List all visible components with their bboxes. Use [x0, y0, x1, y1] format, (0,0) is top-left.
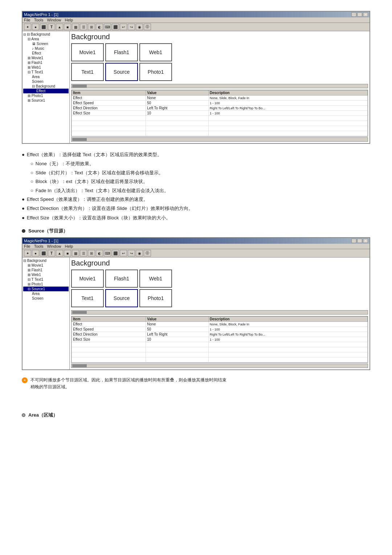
toolbar2-btn-4[interactable]: ▲ [56, 250, 63, 256]
bg-cell-text1[interactable]: Text1 [71, 63, 104, 81]
toolbar-btn-1[interactable]: ✦ [24, 24, 31, 30]
bottom-scrollbar-1[interactable] [71, 137, 368, 142]
toolbar-btn-7[interactable]: ☰ [80, 24, 87, 30]
toolbar2-btn-10[interactable]: ⌨ [104, 250, 111, 256]
scrollbar-thumb-1[interactable] [72, 85, 87, 88]
maximize-button-2[interactable]: □ [357, 239, 362, 243]
bg2-cell-web1[interactable]: Web1 [139, 270, 172, 288]
bg2-cell-photo1[interactable]: Photo1 [139, 289, 172, 307]
tree2-root[interactable]: ⊟ Background [23, 258, 69, 263]
toolbar-btn-2[interactable]: ● [32, 24, 39, 30]
close-button-2[interactable]: ✕ [363, 239, 368, 243]
grid-scrollbar-1[interactable] [71, 84, 368, 88]
tree2-source1-selected[interactable]: ⊟ Source1 [23, 287, 69, 291]
toolbar-btn-8[interactable]: ⊞ [88, 24, 95, 30]
toolbar2-btn-7[interactable]: ☰ [80, 250, 87, 256]
menu-help-1[interactable]: Help [65, 18, 73, 22]
tree-root-1[interactable]: ⊟ ⊟ Background [23, 32, 69, 37]
tree2-photo1[interactable]: ⊞ Photo1 [23, 282, 69, 287]
props2-cell-dir-value: Left To Right [146, 332, 208, 337]
grid-scrollbar-2[interactable] [71, 310, 368, 315]
tree2-flash1[interactable]: ⊞ Flash1 [23, 268, 69, 272]
bg2-cell-source[interactable]: Source [105, 289, 138, 307]
tree-item-photo1[interactable]: ⊞ Photo1 [23, 93, 69, 98]
tree2-text1[interactable]: ⊟ T Text1 [23, 277, 69, 282]
menu-help-2[interactable]: Help [65, 244, 73, 248]
toolbar-btn-9[interactable]: ◐ [96, 24, 103, 30]
tree-item-text1[interactable]: ⊟ T Text1 [23, 70, 69, 74]
tree-item-screen-1[interactable]: 🖥 Screen [23, 41, 69, 46]
tree-item-flash1[interactable]: ⊞ Flash1 [23, 60, 69, 65]
tree-item-music-1[interactable]: ♪ Music [23, 46, 69, 51]
props-cell-speed-item-1: Effect Speed [72, 101, 146, 106]
bullet-direction-text: Effect Direction（效果方向）：设置在选择 Slide（幻灯片）效… [27, 204, 193, 212]
sub-bullets-effect: ○ None（无）：不使用效果。 ○ Slide（幻灯片）：Text（文本）区域… [30, 159, 370, 195]
toolbar2-btn-15[interactable]: ⓪ [144, 250, 151, 256]
menu-window-2[interactable]: Window [47, 244, 61, 248]
scrollbar-thumb-2[interactable] [72, 311, 87, 314]
tree-item-bg-sub[interactable]: ⊟ Background [23, 84, 69, 89]
bg2-cell-text1[interactable]: Text1 [71, 289, 104, 307]
bottom-scrollbar-thumb-2[interactable] [72, 364, 87, 367]
props-col-item-1: Item [72, 90, 146, 96]
sub-bullet-slide: ○ Slide（幻灯片）：Text（文本）区域在创建后将会移动显示。 [30, 169, 370, 177]
menu-tools-2[interactable]: Tools [34, 244, 44, 248]
tree2-movie1[interactable]: ⊞ Movie1 [23, 263, 69, 268]
bg-cell-source[interactable]: Source [105, 63, 138, 81]
bg2-cell-flash1[interactable]: Flash1 [105, 270, 138, 288]
tree-item-screen-sub[interactable]: Screen [23, 79, 69, 84]
bg-cell-movie1[interactable]: Movie1 [71, 43, 104, 61]
toolbar2-btn-6[interactable]: ▦ [72, 250, 79, 256]
info-text: 不可同时播放多个节目源区域。因此，如果节目源区域的播放时间有所重叠，则会播放其播… [30, 377, 226, 390]
toolbar-btn-11[interactable]: ⬛ [112, 24, 119, 30]
toolbar-btn-13[interactable]: ↪ [128, 24, 135, 30]
toolbar-btn-15[interactable]: ⓪ [144, 24, 151, 30]
minimize-button-1[interactable]: _ [351, 12, 356, 17]
toolbar2-btn-1[interactable]: ✦ [24, 250, 31, 256]
tree-item-effect-selected[interactable]: Effect [23, 89, 69, 93]
toolbar-btn-3[interactable]: ⬛ [40, 24, 47, 30]
toolbar-btn-4[interactable]: ▲ [56, 24, 63, 30]
toolbar2-btn-t[interactable]: T [48, 250, 55, 256]
maximize-button-1[interactable]: □ [357, 12, 362, 17]
tree2-screen[interactable]: Screen [23, 296, 69, 301]
menu-tools-1[interactable]: Tools [34, 18, 44, 22]
tree2-area[interactable]: Area [23, 291, 69, 296]
toolbar-btn-10[interactable]: ⌨ [104, 24, 111, 30]
tree-item-area-sub[interactable]: Area [23, 74, 69, 79]
info-box: + 不可同时播放多个节目源区域。因此，如果节目源区域的播放时间有所重叠，则会播放… [22, 377, 370, 390]
menu-window-1[interactable]: Window [47, 18, 61, 22]
tree-item-effect-1a[interactable]: Effect [23, 51, 69, 56]
bg-cell-web1[interactable]: Web1 [139, 43, 172, 61]
toolbar2-btn-2[interactable]: ● [32, 250, 39, 256]
toolbar2-btn-13[interactable]: ↪ [128, 250, 135, 256]
toolbar2-btn-5[interactable]: ■ [64, 250, 71, 256]
toolbar2-btn-12[interactable]: ↩ [120, 250, 127, 256]
tree-item-source1[interactable]: ⊞ Source1 [23, 98, 69, 103]
bottom-scrollbar-2[interactable] [71, 364, 368, 368]
tree-item-area-1[interactable]: ⊟ Area [23, 37, 69, 41]
toolbar-btn-5[interactable]: ■ [64, 24, 71, 30]
bg2-cell-movie1[interactable]: Movie1 [71, 270, 104, 288]
props-row-speed-1: Effect Speed 50 1 - 100 [72, 101, 368, 106]
bg-cell-flash1[interactable]: Flash1 [105, 43, 138, 61]
toolbar-btn-14[interactable]: ◉ [136, 24, 143, 30]
minimize-button-2[interactable]: _ [351, 239, 356, 243]
menu-file-1[interactable]: File [24, 18, 30, 22]
toolbar2-btn-14[interactable]: ◉ [136, 250, 143, 256]
toolbar-btn-6[interactable]: ▦ [72, 24, 79, 30]
tree-item-web1[interactable]: ⊞ Web1 [23, 65, 69, 70]
toolbar2-btn-3[interactable]: ⬛ [40, 250, 47, 256]
toolbar-btn-t[interactable]: T [48, 24, 55, 30]
toolbar2-btn-8[interactable]: ⊞ [88, 250, 95, 256]
bg-cell-photo1[interactable]: Photo1 [139, 63, 172, 81]
menu-file-2[interactable]: File [24, 244, 30, 248]
close-button-1[interactable]: ✕ [363, 12, 368, 17]
tree2-screen-label: Screen [32, 296, 44, 300]
tree2-web1[interactable]: ⊞ Web1 [23, 272, 69, 277]
bottom-scrollbar-thumb-1[interactable] [72, 138, 87, 141]
toolbar2-btn-11[interactable]: ⬛ [112, 250, 119, 256]
tree-item-movie1[interactable]: ⊞ Movie1 [23, 56, 69, 60]
toolbar-btn-12[interactable]: ↩ [120, 24, 127, 30]
toolbar2-btn-9[interactable]: ◐ [96, 250, 103, 256]
